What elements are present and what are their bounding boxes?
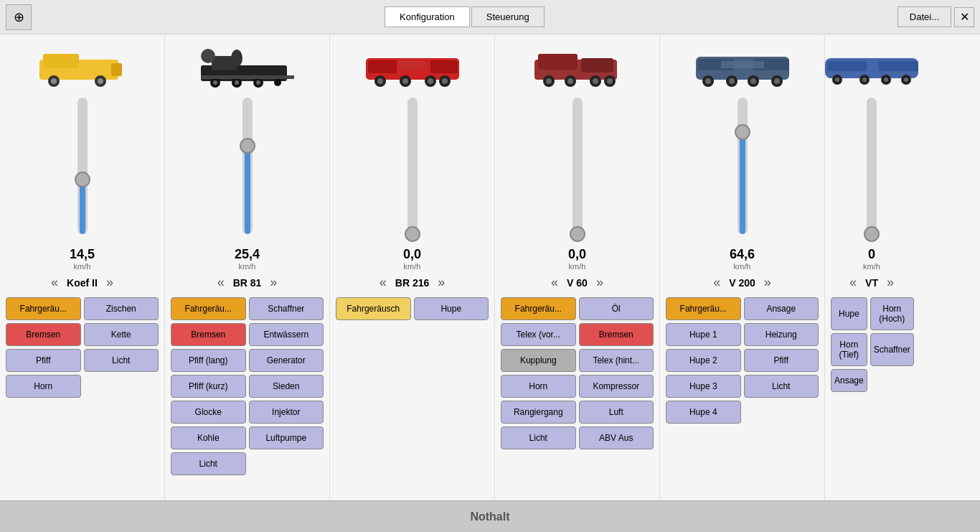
datei-button[interactable]: Datei... <box>897 6 951 27</box>
slider-track-5[interactable] <box>867 98 877 234</box>
btn-3-7[interactable]: Kompressor <box>579 375 654 398</box>
btn-1-9[interactable]: Injektor <box>249 401 324 424</box>
slider-area-3[interactable] <box>573 98 583 241</box>
btn-1-3[interactable]: Entwässern <box>249 323 324 346</box>
btn-5-2[interactable]: Horn (Tief) <box>831 333 867 366</box>
btn-0-3[interactable]: Kette <box>84 323 159 346</box>
svg-rect-1 <box>43 54 79 68</box>
loco-prev-2[interactable]: « <box>377 275 390 290</box>
btn-4-3[interactable]: Heizung <box>744 323 819 346</box>
loco-prev-4[interactable]: « <box>710 275 723 290</box>
loco-next-4[interactable]: » <box>761 275 774 290</box>
btn-1-12[interactable]: Licht <box>171 452 246 475</box>
slider-thumb-3[interactable] <box>570 226 585 242</box>
buttons-grid-5: Hupe Horn (Hoch) Horn (Tief) Schaffner A… <box>831 297 913 392</box>
loco-next-0[interactable]: » <box>103 275 116 290</box>
btn-4-7[interactable]: Licht <box>744 375 819 398</box>
slider-area-5[interactable] <box>867 98 877 241</box>
slider-thumb-4[interactable] <box>735 124 750 140</box>
svg-rect-6 <box>111 63 122 76</box>
btn-5-4[interactable]: Ansage <box>831 369 867 392</box>
btn-2-1[interactable]: Hupe <box>414 297 489 320</box>
loco-next-3[interactable]: » <box>593 275 606 290</box>
btn-4-6[interactable]: Hupe 3 <box>666 375 741 398</box>
slider-area-2[interactable] <box>407 98 418 241</box>
loco-prev-5[interactable]: « <box>847 275 859 290</box>
btn-1-10[interactable]: Kohle <box>171 426 246 449</box>
btn-4-1[interactable]: Ansage <box>744 297 819 320</box>
slider-thumb-0[interactable] <box>75 172 90 187</box>
konfiguration-button[interactable]: Konfiguration <box>385 6 470 27</box>
svg-point-37 <box>567 78 573 84</box>
btn-0-4[interactable]: Pfiff <box>6 349 81 372</box>
btn-0-1[interactable]: Zischen <box>84 297 159 320</box>
loco-next-2[interactable]: » <box>435 275 448 290</box>
btn-4-4[interactable]: Hupe 2 <box>666 349 741 372</box>
svg-rect-45 <box>721 61 764 68</box>
slider-thumb-1[interactable] <box>240 138 255 154</box>
slider-track-1[interactable] <box>242 98 253 234</box>
loco-image-1 <box>194 42 301 92</box>
slider-track-0[interactable] <box>77 98 88 234</box>
steuerung-button[interactable]: Steuerung <box>471 6 545 27</box>
btn-0-0[interactable]: Fahrgeräu... <box>6 297 81 320</box>
slider-area-4[interactable] <box>738 98 748 241</box>
svg-rect-56 <box>879 61 918 71</box>
btn-2-0[interactable]: Fahrgeräusch <box>336 297 411 320</box>
btn-5-0[interactable]: Hupe <box>831 297 867 330</box>
btn-5-1[interactable]: Horn (Hoch) <box>870 297 914 330</box>
btn-1-0[interactable]: Fahrgeräu... <box>171 297 246 320</box>
slider-thumb-2[interactable] <box>405 226 420 242</box>
btn-3-10[interactable]: Licht <box>501 426 576 449</box>
btn-4-2[interactable]: Hupe 1 <box>666 323 741 346</box>
btn-4-0[interactable]: Fahrgeräu... <box>666 297 741 320</box>
btn-0-5[interactable]: Licht <box>84 349 159 372</box>
speed-value-1: 25,4 <box>235 247 260 262</box>
slider-track-4[interactable] <box>738 98 748 234</box>
nothalt-bar[interactable]: Nothalt <box>0 500 980 532</box>
btn-1-8[interactable]: Glocke <box>171 401 246 424</box>
slider-thumb-5[interactable] <box>864 226 880 242</box>
svg-point-28 <box>428 78 433 84</box>
loco-next-5[interactable]: » <box>884 275 897 290</box>
btn-4-5[interactable]: Pfiff <box>744 349 819 372</box>
btn-3-9[interactable]: Luft <box>579 401 654 424</box>
btn-3-5[interactable]: Telex (hint... <box>579 349 654 372</box>
btn-3-6[interactable]: Horn <box>501 375 576 398</box>
loco-prev-1[interactable]: « <box>215 275 227 290</box>
btn-3-3[interactable]: Bremsen <box>579 323 654 346</box>
loco-prev-3[interactable]: « <box>548 275 561 290</box>
svg-rect-21 <box>430 60 458 73</box>
speed-display-1: 25,4 km/h <box>235 247 260 271</box>
slider-fill-0 <box>80 179 85 234</box>
btn-4-8[interactable]: Hupe 4 <box>666 401 741 424</box>
close-button[interactable]: ✕ <box>954 7 974 27</box>
btn-1-7[interactable]: Sieden <box>249 375 324 398</box>
loco-prev-0[interactable]: « <box>48 275 61 290</box>
slider-area-1[interactable] <box>242 98 253 241</box>
btn-0-2[interactable]: Bremsen <box>6 323 81 346</box>
btn-3-2[interactable]: Telex (vor... <box>501 323 576 346</box>
btn-0-6[interactable]: Horn <box>6 375 81 398</box>
btn-1-11[interactable]: Luftpumpe <box>249 426 324 449</box>
loco-image-4 <box>689 42 796 92</box>
btn-3-0[interactable]: Fahrgeräu... <box>501 297 576 320</box>
move-button[interactable]: ⊕ <box>6 4 32 30</box>
btn-1-4[interactable]: Pfiff (lang) <box>171 349 246 372</box>
btn-1-1[interactable]: Schaffner <box>249 297 324 320</box>
speed-unit-5: km/h <box>863 262 880 271</box>
btn-1-6[interactable]: Pfiff (kurz) <box>171 375 246 398</box>
slider-track-2[interactable] <box>407 98 418 234</box>
btn-3-11[interactable]: ABV Aus <box>579 426 654 449</box>
btn-3-4[interactable]: Kupplung <box>501 349 576 372</box>
btn-1-2[interactable]: Bremsen <box>171 323 246 346</box>
speed-unit-2: km/h <box>403 262 421 271</box>
slider-track-3[interactable] <box>573 98 583 234</box>
svg-point-5 <box>98 78 103 84</box>
btn-3-1[interactable]: Öl <box>579 297 654 320</box>
loco-next-1[interactable]: » <box>267 275 280 290</box>
btn-1-5[interactable]: Generator <box>249 349 324 372</box>
btn-3-8[interactable]: Rangiergang <box>501 401 576 424</box>
slider-area-0[interactable] <box>77 98 88 241</box>
btn-5-3[interactable]: Schaffner <box>870 333 914 366</box>
